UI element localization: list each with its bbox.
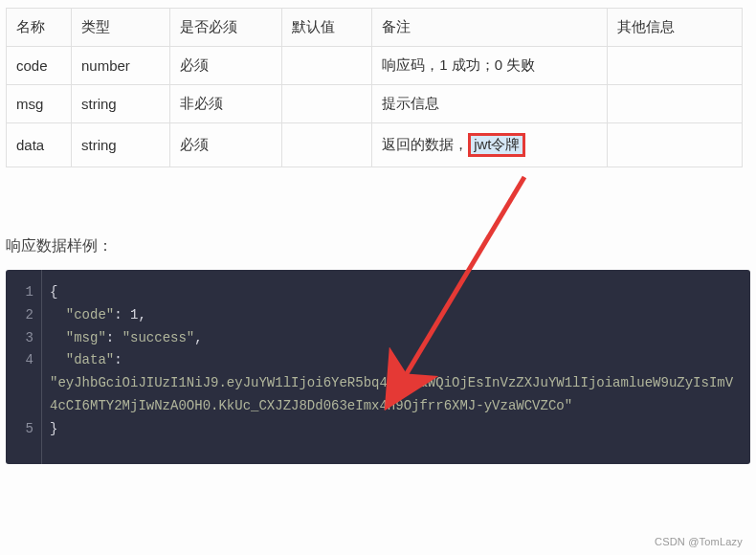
table-header-row: 名称 类型 是否必须 默认值 备注 其他信息	[7, 9, 743, 47]
sep: :	[106, 330, 122, 345]
cell-default	[282, 123, 372, 167]
cell-note: 响应码，1 成功；0 失败	[372, 47, 608, 85]
comma: ,	[138, 307, 145, 322]
json-key-msg: "msg"	[66, 330, 106, 345]
json-key-data: "data"	[66, 352, 114, 367]
cell-name: msg	[7, 85, 72, 123]
response-fields-table: 名称 类型 是否必须 默认值 备注 其他信息 code number 必须 响应…	[6, 8, 743, 167]
cell-note: 返回的数据，jwt令牌	[372, 123, 608, 167]
th-other: 其他信息	[608, 9, 743, 47]
cell-type: number	[71, 47, 169, 85]
cell-required: 必须	[170, 123, 282, 167]
line-number: 3	[6, 327, 33, 350]
th-note: 备注	[372, 9, 608, 47]
cell-type: string	[71, 85, 169, 123]
brace-close: }	[50, 421, 57, 436]
cell-required: 必须	[170, 47, 282, 85]
line-number: 5	[6, 418, 33, 441]
line-number-gutter: 1 2 3 4 5	[6, 270, 42, 464]
line-number: 4	[6, 349, 33, 372]
cell-other	[608, 47, 743, 85]
cell-other	[608, 123, 743, 167]
cell-other	[608, 85, 743, 123]
th-type: 类型	[71, 9, 169, 47]
code-content: { "code": 1, "msg": "success", "data": "…	[50, 281, 750, 441]
th-name: 名称	[7, 9, 72, 47]
comma: ,	[194, 330, 202, 345]
cell-name: code	[7, 47, 72, 85]
json-key-code: "code"	[66, 307, 114, 322]
cell-default	[282, 85, 372, 123]
table-row: data string 必须 返回的数据，jwt令牌	[7, 123, 743, 167]
cell-note: 提示信息	[372, 85, 608, 123]
table-row: msg string 非必须 提示信息	[7, 85, 743, 123]
json-val-msg: "success"	[122, 330, 195, 345]
sep: :	[114, 352, 122, 367]
code-block: 1 2 3 4 5 { "code": 1, "msg": "success",…	[6, 270, 750, 464]
th-default: 默认值	[282, 9, 372, 47]
jwt-highlight: jwt令牌	[468, 133, 525, 157]
note-prefix: 返回的数据，	[382, 136, 468, 152]
line-number: 1	[6, 281, 33, 304]
sep: :	[114, 307, 130, 322]
th-required: 是否必须	[170, 9, 282, 47]
line-number: 2	[6, 304, 33, 327]
cell-required: 非必须	[170, 85, 282, 123]
json-val-data: "eyJhbGciOiJIUzI1NiJ9.eyJuYW1lIjoi6YeR5b…	[50, 375, 733, 413]
brace-open: {	[50, 284, 57, 300]
cell-name: data	[7, 123, 72, 167]
cell-default	[282, 47, 372, 85]
watermark: CSDN @TomLazy	[655, 536, 743, 547]
cell-type: string	[71, 123, 169, 167]
sample-label: 响应数据样例：	[6, 236, 756, 256]
table-row: code number 必须 响应码，1 成功；0 失败	[7, 47, 743, 85]
